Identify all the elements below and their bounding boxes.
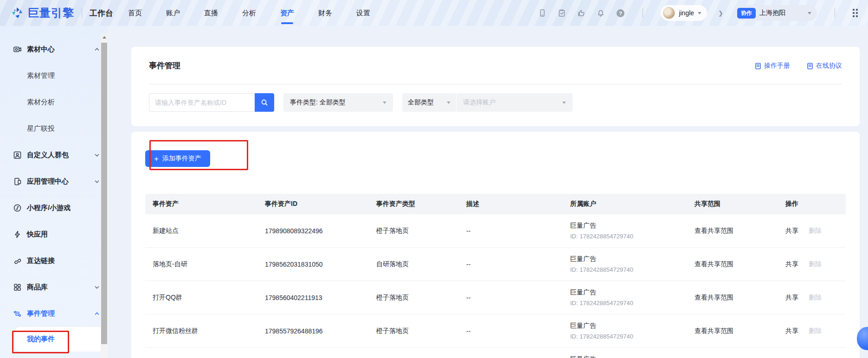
- column-header-share-scope: 共享范围: [687, 200, 778, 208]
- search-input[interactable]: [149, 93, 255, 112]
- share-action[interactable]: 共享: [785, 227, 798, 235]
- mobile-icon[interactable]: [538, 8, 547, 18]
- cell-asset-name: 落地页-自研: [145, 260, 257, 268]
- all-type-select[interactable]: 全部类型: [402, 93, 456, 112]
- sidebar-item-event-management[interactable]: 事件管理: [0, 300, 108, 327]
- help-icon[interactable]: ?: [616, 8, 625, 18]
- nav-item-settings[interactable]: 设置: [355, 6, 371, 20]
- column-header-asset-type: 事件资产类型: [369, 200, 459, 208]
- header-links: 操作手册 在线协议: [755, 62, 842, 70]
- collaboration-account-switcher[interactable]: 协作 上海抱阳: [734, 5, 817, 21]
- nav-item-account[interactable]: 账户: [165, 6, 181, 20]
- event-assets-table: 事件资产 事件资产ID 事件资产类型 描述 所属账户 共享范围 操作 新建站点 …: [145, 194, 846, 358]
- chevron-right-icon: ❯: [718, 10, 723, 17]
- table-row: 落地页-自研 1798562031831050 自研落地页 -- 巨量广告 ID…: [145, 248, 846, 281]
- delete-action: 删除: [809, 294, 822, 302]
- topbar: 巨量引擎 工作台 首页 账户 直播 分析 资产 财务 设置 ? jingle: [0, 0, 868, 26]
- clipboard-check-icon[interactable]: [557, 8, 566, 18]
- nav-item-live[interactable]: 直播: [203, 6, 219, 20]
- notification-bell-icon[interactable]: [596, 8, 605, 18]
- view-share-scope-link[interactable]: 查看共享范围: [694, 294, 733, 301]
- scrollbar-thumb[interactable]: [101, 43, 107, 344]
- view-share-scope-link[interactable]: 查看共享范围: [694, 227, 733, 234]
- apps-grid-icon[interactable]: [853, 9, 858, 17]
- document-icon: [755, 63, 761, 70]
- nav-item-analysis[interactable]: 分析: [241, 6, 257, 20]
- column-header-account: 所属账户: [563, 200, 687, 208]
- search-button[interactable]: [255, 93, 274, 112]
- header-divider: [149, 84, 842, 84]
- workspace-label[interactable]: 工作台: [90, 8, 113, 19]
- video-camera-icon: [13, 45, 22, 54]
- brand-logo[interactable]: 巨量引擎: [10, 6, 74, 20]
- sidebar-item-product-library[interactable]: 商品库: [0, 274, 108, 300]
- agreement-link[interactable]: 在线协议: [807, 62, 842, 70]
- collapse-up-icon[interactable]: [95, 312, 99, 315]
- manual-link[interactable]: 操作手册: [755, 62, 790, 70]
- scrollbar-up-arrow[interactable]: [101, 33, 108, 41]
- sidebar-item-app-management[interactable]: 应用管理中心: [0, 168, 108, 195]
- expand-down-icon[interactable]: [95, 153, 99, 157]
- collapse-up-icon[interactable]: [95, 48, 99, 51]
- cell-asset-name: 打开QQ群: [145, 294, 257, 302]
- sidebar-item-material-management[interactable]: 素材管理: [0, 63, 108, 89]
- like-icon[interactable]: [577, 8, 586, 18]
- expand-down-icon[interactable]: [95, 180, 99, 183]
- lightning-icon: [13, 230, 22, 239]
- sidebar-item-quick-app[interactable]: 快应用: [0, 221, 108, 248]
- view-share-scope-link[interactable]: 查看共享范围: [694, 327, 733, 334]
- svg-text:?: ?: [619, 10, 622, 16]
- share-action[interactable]: 共享: [785, 327, 798, 335]
- cell-asset-id: 1798562031831050: [257, 261, 369, 268]
- sidebar-item-mini-program[interactable]: 小程序/小游戏: [0, 195, 108, 221]
- sidebar-item-direct-link[interactable]: 直达链接: [0, 248, 108, 274]
- expand-down-icon[interactable]: [95, 286, 99, 289]
- account-filter-group: 全部类型 请选择账户: [402, 93, 572, 112]
- event-type-select[interactable]: 事件类型: 全部类型: [283, 93, 393, 112]
- delete-action: 删除: [809, 227, 822, 235]
- cell-asset-type: 橙子落地页: [369, 294, 459, 302]
- cell-asset-id: 1798557926488196: [257, 327, 369, 335]
- filter-bar: 事件类型: 全部类型 全部类型 请选择账户: [149, 93, 842, 112]
- nav-item-home[interactable]: 首页: [127, 6, 143, 20]
- cell-account: 巨量广告 ID: 1782428854729740: [563, 222, 687, 240]
- mini-program-icon: [13, 204, 22, 213]
- cell-asset-type: 橙子落地页: [369, 227, 459, 235]
- grid-squares-icon: [13, 283, 22, 292]
- nav-item-finance[interactable]: 财务: [317, 6, 333, 20]
- collaboration-badge: 协作: [737, 8, 756, 19]
- ocean-engine-logo-icon: [10, 6, 24, 20]
- cell-asset-id: 1798560402211913: [257, 294, 369, 301]
- cell-asset-type: 橙子落地页: [369, 327, 459, 335]
- delete-action: 删除: [809, 260, 822, 268]
- column-header-asset-id: 事件资产ID: [257, 200, 369, 208]
- table-row: 打开微信粉丝群 1798557926488196 橙子落地页 -- 巨量广告 I…: [145, 314, 846, 348]
- collaboration-account-name: 上海抱阳: [759, 9, 785, 17]
- view-share-scope-link[interactable]: 查看共享范围: [694, 260, 733, 268]
- sidebar-item-material-center[interactable]: 素材中心: [0, 36, 108, 63]
- account-select[interactable]: 请选择账户: [457, 93, 572, 112]
- sidebar-scrollbar[interactable]: [101, 33, 108, 358]
- cell-asset-type: 自研落地页: [369, 260, 459, 268]
- sidebar-item-material-analysis[interactable]: 素材分析: [0, 89, 108, 115]
- sidebar-item-custom-audience[interactable]: 自定义人群包: [0, 142, 108, 168]
- nav-item-assets[interactable]: 资产: [279, 6, 295, 20]
- cell-asset-id: 1798908089322496: [257, 227, 369, 235]
- share-action[interactable]: 共享: [785, 294, 798, 302]
- sidebar-item-star-joint-investment[interactable]: 星广联投: [0, 115, 108, 142]
- page-header-card: 事件管理 操作手册 在线协议 事件类型: 全部类型: [131, 47, 860, 126]
- person-card-icon: [13, 151, 22, 160]
- link-icon: [13, 256, 22, 266]
- topbar-right: ? jingle ❯ 协作 上海抱阳: [538, 5, 858, 21]
- search-group: [149, 93, 274, 112]
- topbar-divider: [82, 8, 82, 18]
- cell-account: 巨量广告 ID: 1782428854729740: [563, 355, 687, 358]
- sidebar-item-my-events[interactable]: 我的事件: [15, 327, 103, 352]
- select-caret-icon: [447, 102, 450, 104]
- user-menu[interactable]: jingle: [661, 5, 707, 21]
- share-action[interactable]: 共享: [785, 260, 798, 268]
- cell-account: 巨量广告 ID: 1782428854729740: [563, 322, 687, 340]
- event-flow-icon: [13, 309, 22, 319]
- cell-description: --: [459, 327, 563, 335]
- add-event-asset-button[interactable]: + 添加事件资产: [145, 150, 210, 167]
